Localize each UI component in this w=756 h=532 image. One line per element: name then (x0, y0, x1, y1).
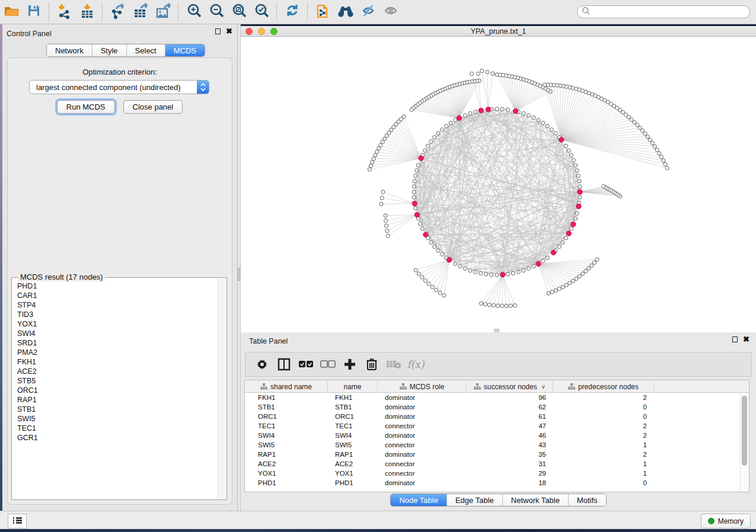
close-panel-icon[interactable]: ✖ (226, 28, 232, 34)
column-header-MCDS-role[interactable]: MCDS role (378, 380, 467, 393)
add-row-icon[interactable] (342, 357, 358, 372)
import-network-button[interactable] (53, 2, 76, 22)
search-binoculars-button[interactable] (334, 2, 357, 22)
mcds-result-item[interactable]: STP4 (17, 300, 218, 310)
mcds-result-item[interactable]: FKH1 (17, 357, 218, 367)
export-image-button[interactable] (152, 2, 174, 22)
hide-graphics-details-button[interactable] (357, 2, 379, 22)
table-row[interactable]: TEC1TEC1connector472 (245, 421, 749, 431)
delete-table-icon[interactable] (386, 357, 401, 372)
table-row[interactable]: FKH1FKH1dominator962 (245, 393, 749, 402)
memory-label: Memory (718, 517, 744, 525)
mcds-result-item[interactable]: SRD1 (17, 338, 218, 348)
mcds-result-item[interactable]: TID3 (17, 310, 218, 319)
mcds-result-item[interactable]: STB5 (17, 376, 218, 386)
tab-style[interactable]: Style (92, 44, 126, 56)
control-tabs: NetworkStyleSelectMCDS (46, 44, 205, 57)
table-row[interactable]: SWI5SWI5connector431 (245, 440, 749, 450)
column-header-successor-nodes[interactable]: successor nodes∨ (467, 380, 553, 393)
open-file-button[interactable] (0, 2, 23, 22)
close-table-panel-icon[interactable]: ✖ (743, 336, 749, 342)
zoom-selected-button[interactable] (250, 2, 273, 22)
export-table-button[interactable] (129, 2, 152, 22)
select-all-icon[interactable] (298, 357, 314, 372)
column-label: predecessor nodes (578, 383, 639, 391)
mcds-result-item[interactable]: PMA2 (17, 348, 218, 357)
network-canvas[interactable] (241, 37, 756, 332)
mcds-result-item[interactable]: YOX1 (17, 319, 218, 329)
mcds-result-item[interactable]: ACE2 (17, 367, 218, 376)
column-header-predecessor-nodes[interactable]: predecessor nodes (553, 380, 654, 393)
table-cell: 0 (553, 413, 654, 420)
mcds-list-scrollbar[interactable] (218, 278, 226, 499)
task-history-button[interactable] (8, 514, 27, 528)
table-cell: 1 (553, 460, 654, 467)
show-graphics-details-button[interactable] (379, 2, 402, 22)
tab-select[interactable]: Select (126, 44, 165, 56)
table-cell: FKH1 (245, 394, 328, 401)
share-document-button[interactable] (312, 2, 334, 22)
save-session-button[interactable] (23, 2, 45, 22)
import-table-button[interactable] (76, 2, 98, 22)
mcds-result-item[interactable]: CAR1 (17, 291, 218, 300)
search-input[interactable] (591, 7, 749, 17)
mcds-result-item[interactable]: TEC1 (17, 424, 218, 433)
table-cell: STB1 (245, 403, 328, 411)
mcds-result-item[interactable]: GCR1 (17, 433, 218, 443)
run-mcds-button[interactable]: Run MCDS (57, 100, 115, 114)
table-row[interactable]: ACE2ACE2connector311 (245, 459, 749, 469)
column-header-name[interactable]: name (328, 380, 378, 393)
tab-motifs[interactable]: Motifs (568, 494, 606, 506)
table-scrollbar-thumb[interactable] (742, 396, 747, 466)
show-columns-icon[interactable] (276, 357, 292, 372)
network-window-titlebar[interactable]: YPA_prune.txt_1 (241, 26, 756, 37)
mcds-result-item[interactable]: SWI5 (17, 414, 218, 424)
import-table-icon (79, 3, 95, 21)
delete-row-trash-icon[interactable] (364, 357, 379, 372)
column-label: MCDS role (410, 383, 445, 391)
mcds-result-item[interactable]: RAP1 (17, 395, 218, 405)
tab-network[interactable]: Network (47, 44, 92, 56)
table-row[interactable]: YOX1YOX1connector291 (245, 469, 749, 478)
export-network-button[interactable] (107, 2, 129, 22)
tab-network-table[interactable]: Network Table (502, 494, 568, 506)
table-row[interactable]: RAP1RAP1dominator352 (245, 450, 749, 459)
settings-gear-icon[interactable] (254, 357, 270, 372)
table-row[interactable]: PHD1PHD1dominator180 (245, 478, 749, 488)
float-table-panel-icon[interactable] (732, 336, 738, 342)
table-row[interactable]: SWI4SWI4dominator462 (245, 431, 749, 440)
mcds-result-item[interactable]: PHD1 (17, 281, 218, 291)
tab-node-table[interactable]: Node Table (391, 494, 446, 506)
criterion-select[interactable]: largest connected component (undirected) (29, 80, 209, 94)
toolbar-search[interactable] (577, 5, 750, 18)
memory-status-icon (708, 518, 714, 524)
float-panel-icon[interactable] (215, 28, 221, 34)
splitter-grip[interactable] (238, 268, 240, 281)
zoom-out-button[interactable] (205, 2, 228, 22)
table-cell: dominator (378, 394, 467, 401)
mcds-result-item[interactable]: SWI4 (17, 329, 218, 338)
memory-button[interactable]: Memory (701, 514, 751, 528)
mcds-result-item[interactable]: STB1 (17, 405, 218, 414)
function-builder-icon[interactable]: f(x) (408, 357, 423, 372)
deselect-all-icon[interactable] (320, 357, 336, 372)
close-panel-button[interactable]: Close panel (123, 100, 183, 114)
refresh-layout-button[interactable] (281, 2, 304, 22)
network-graph[interactable] (241, 37, 756, 332)
table-scrollbar[interactable] (740, 393, 749, 492)
zoom-in-button[interactable] (183, 2, 205, 22)
toolbar-separator (102, 3, 103, 21)
table-row[interactable]: STB1STB1dominator620 (245, 402, 749, 412)
tab-mcds[interactable]: MCDS (165, 44, 205, 56)
table-cell: 29 (467, 470, 553, 477)
table-row[interactable]: ORC1ORC1dominator610 (245, 412, 749, 421)
column-header-shared-name[interactable]: shared name (245, 380, 328, 393)
search-icon (582, 7, 591, 18)
table-cell: 2 (553, 432, 654, 439)
tab-edge-table[interactable]: Edge Table (446, 494, 502, 506)
table-cell: connector (378, 422, 467, 430)
zoom-fit-button[interactable] (228, 2, 250, 22)
mcds-result-item[interactable]: ORC1 (17, 386, 218, 395)
table-cell: FKH1 (328, 394, 378, 401)
node-table: shared namenameMCDS rolesuccessor nodes∨… (244, 380, 749, 492)
